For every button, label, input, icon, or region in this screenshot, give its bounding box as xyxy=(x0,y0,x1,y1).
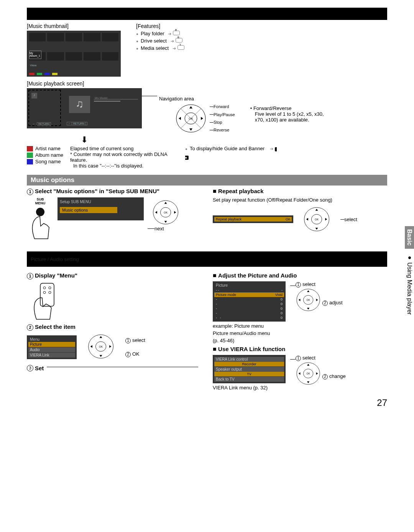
repeat-desc: Set play repeat function (Off/Repeat Fol… xyxy=(213,197,387,203)
svg-marker-35 xyxy=(109,345,111,348)
svg-marker-23 xyxy=(325,218,327,221)
selected-album: My Album_1 xyxy=(29,51,41,59)
svg-text:OK: OK xyxy=(307,372,310,375)
adjust-picture-audio-title: ■ Adjust the Picture and Audio xyxy=(213,272,387,279)
sub-menu-remote-button: SUB MENU xyxy=(27,197,54,241)
step-1-title: 1Select "Music options" in "Setup SUB ME… xyxy=(27,188,201,195)
album-name-label: Album name xyxy=(35,152,63,158)
svg-marker-15 xyxy=(155,211,157,214)
svg-marker-22 xyxy=(306,218,308,221)
side-tab: Basic ● Using Media player xyxy=(405,226,414,353)
label-playback-screen: [Music playback screen] xyxy=(27,80,387,87)
example-note: example: Picture menu xyxy=(213,323,387,329)
remote-hand-icon xyxy=(27,282,73,320)
repeat-playback-screenshot: Repeat playbackOn xyxy=(213,215,293,223)
change-label: change xyxy=(329,373,346,379)
svg-marker-5 xyxy=(179,117,181,120)
color-key-list: Artist name Album name Song name xyxy=(27,146,63,169)
svg-marker-49 xyxy=(316,372,318,374)
dpad-icon: OK xyxy=(290,287,327,312)
repeat-playback-title: ■ Repeat playback xyxy=(213,188,387,195)
menu-screenshot: Menu Picture Audio VIERA Link xyxy=(27,335,77,359)
svg-marker-42 xyxy=(316,299,318,301)
artist-name-label: Artist name xyxy=(35,146,61,151)
dpad-forward: Forward xyxy=(214,104,229,109)
svg-text:OK: OK xyxy=(99,345,103,348)
manual-page: Basic ● Using Media player [Music thumbn… xyxy=(0,8,414,408)
feature-drive-select: Drive select B xyxy=(136,38,184,44)
elapsed-time-note: Elapsed time of current song * Counter m… xyxy=(70,146,170,169)
side-tab-basic: Basic xyxy=(405,226,414,249)
label-features: [Features] xyxy=(136,23,184,29)
dpad-icon: OK xyxy=(148,199,184,226)
navigation-area-highlight: ♪ xyxy=(28,90,61,126)
dpad-stop: Stop xyxy=(214,120,222,125)
dpad-icon: OK xyxy=(83,333,119,360)
svg-marker-39 xyxy=(307,290,309,292)
music-thumbnail-screenshot: My Album_1 View xyxy=(27,31,121,77)
dpad-icon: OK xyxy=(299,206,335,233)
thumb-view-label: View xyxy=(30,64,36,67)
svg-marker-13 xyxy=(164,202,167,204)
dpad-reverse: Reverse xyxy=(214,127,229,133)
select-label: select xyxy=(132,337,145,343)
svg-text:OK: OK xyxy=(307,299,310,301)
yellow-key-icon xyxy=(52,73,58,75)
use-viera-link-title: ■ Use VIERA Link function xyxy=(213,346,387,353)
red-square-icon xyxy=(27,146,33,151)
label-music-thumbnail: [Music thumbnail] xyxy=(27,23,121,29)
select-label: select xyxy=(344,217,357,222)
setup-sub-menu-screenshot: Setup SUB MENU Music options xyxy=(58,197,144,220)
adjust-label: adjust xyxy=(329,300,343,305)
svg-text:OK: OK xyxy=(315,218,319,221)
dpad-icon: OK xyxy=(175,103,207,134)
svg-point-26 xyxy=(49,287,51,289)
blue-key-icon: B xyxy=(176,38,182,43)
music-options-header: Music options xyxy=(27,175,387,186)
next-label: next xyxy=(154,226,164,232)
svg-marker-4 xyxy=(189,128,192,131)
svg-marker-3 xyxy=(189,106,192,108)
svg-point-9 xyxy=(36,208,44,216)
feature-media-select: Media select Y xyxy=(136,45,184,51)
green-square-icon xyxy=(27,153,33,158)
guide-banner-note: To display/hide Guide and Banner INFO■ xyxy=(185,146,277,169)
red-key-icon xyxy=(29,73,34,75)
picture-audio-menu-note: Picture menu/Audio menu xyxy=(213,330,387,336)
select-label: select xyxy=(302,281,315,287)
svg-marker-47 xyxy=(307,381,309,383)
side-tab-rest: ● Using Media player xyxy=(405,250,414,319)
svg-point-28 xyxy=(49,291,51,294)
arrow-down-icon: ⬇ xyxy=(73,135,96,145)
select-label: select xyxy=(302,355,315,361)
svg-marker-32 xyxy=(100,336,102,338)
svg-point-25 xyxy=(43,287,46,289)
svg-point-27 xyxy=(43,291,46,294)
picture-audio-header: Picture / Audio setting xyxy=(27,251,387,267)
return-icon: ← RETURN xyxy=(33,123,51,125)
svg-marker-46 xyxy=(307,364,309,366)
yellow-key-icon: Y xyxy=(177,45,184,50)
music-playback-screenshot: ♪ ♫ My Music ← RETURN ← RETURN xyxy=(27,88,142,128)
nav-area-label: Navigation area xyxy=(159,96,194,102)
green-key-icon xyxy=(37,73,42,75)
return-label-2: ← RETURN xyxy=(67,122,87,125)
svg-marker-14 xyxy=(164,221,167,223)
step-3-set: 3Set xyxy=(27,365,201,371)
song-name-label: Song name xyxy=(35,159,61,164)
display-menu-title: 1Display "Menu" xyxy=(27,272,201,279)
dpad-icon: OK xyxy=(290,361,327,386)
red-key-icon: R xyxy=(173,31,180,35)
dpad-play-pause: Play/Pause xyxy=(214,112,235,117)
blue-square-icon xyxy=(27,159,33,164)
ok-label: OK xyxy=(132,351,140,357)
svg-marker-48 xyxy=(299,372,301,374)
svg-marker-41 xyxy=(299,299,301,301)
music-options-item: Music options xyxy=(60,207,117,213)
svg-marker-33 xyxy=(100,355,102,357)
pages-note: (p. 45-46) xyxy=(213,338,387,343)
select-item-title: 2Select the item xyxy=(27,323,201,331)
top-black-bar xyxy=(27,8,387,20)
viera-link-menu-screenshot: VIERA Link control Recorder Speaker outp… xyxy=(213,355,286,383)
svg-marker-34 xyxy=(90,345,92,348)
